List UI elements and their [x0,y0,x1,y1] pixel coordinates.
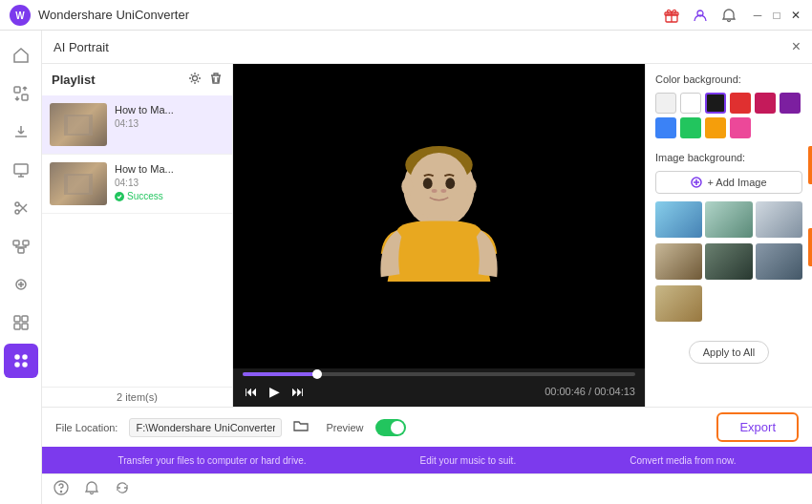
color-swatch-light[interactable] [655,93,676,114]
svg-rect-29 [68,116,89,134]
folder-button[interactable] [293,419,309,435]
sidebar-item-home[interactable] [4,38,38,73]
svg-point-42 [401,178,413,195]
controls-row: ⏮ ▶ ⏭ 00:00:46 / 00:04:13 [243,382,635,401]
sidebar-item-convert[interactable] [4,76,38,111]
image-thumb-6[interactable] [756,243,802,280]
sidebar-item-screen[interactable] [4,153,38,187]
svg-point-25 [15,363,19,367]
preview-toggle[interactable] [375,419,406,436]
color-swatch-hotpink[interactable] [730,117,751,138]
progress-handle [312,369,322,379]
gift-icon[interactable] [661,5,682,26]
playlist-thumbnail [50,162,107,205]
svg-point-24 [23,355,27,359]
playlist-delete-button[interactable] [209,72,223,88]
progress-bar[interactable] [243,372,635,376]
color-swatch-pink[interactable] [755,93,776,114]
skip-back-button[interactable]: ⏮ [243,382,260,401]
svg-point-36 [409,153,469,220]
close-button[interactable]: ✕ [789,9,802,22]
playlist-item-name: How to Ma... [115,103,224,116]
image-thumb-2[interactable] [705,201,752,238]
tip-bar: Transfer your files to computer or hard … [42,447,812,473]
svg-rect-13 [13,241,19,245]
sidebar [0,31,42,504]
svg-rect-7 [22,94,28,100]
playlist-item-info: How to Ma... 04:13 Success [115,162,224,201]
playlist-settings-button[interactable] [188,72,202,88]
image-thumb-4[interactable] [655,243,702,280]
svg-point-40 [432,189,438,193]
playlist-item[interactable]: How to Ma... 04:13 [42,95,232,155]
bottom-bar: File Location: Preview Export [42,407,812,447]
svg-rect-15 [18,248,24,253]
time-display: 00:00:46 / 00:04:13 [545,386,635,397]
preview-label: Preview [326,422,363,433]
panel-close-button[interactable]: × [792,38,801,55]
image-thumb-1[interactable] [655,201,702,238]
playlist-item-duration: 04:13 [115,178,224,188]
playlist-title: Playlist [52,73,96,87]
add-image-button[interactable]: + Add Image [655,171,802,194]
sidebar-item-toolkit[interactable] [4,305,38,340]
image-thumb-5[interactable] [705,243,752,280]
playlist-items: How to Ma... 04:13 [42,95,232,387]
play-button[interactable]: ▶ [267,382,282,401]
video-area: ⏮ ▶ ⏭ 00:00:46 / 00:04:13 [233,64,645,407]
svg-rect-22 [22,324,28,329]
progress-fill [243,372,317,376]
color-swatch-green[interactable] [680,117,701,138]
svg-point-10 [15,210,19,214]
sidebar-item-download[interactable] [4,115,38,149]
playlist-item[interactable]: How to Ma... 04:13 Success [42,155,232,214]
panel-header: AI Portrait × [42,31,812,64]
export-button[interactable]: Export [716,412,799,442]
color-swatch-red[interactable] [730,93,751,114]
color-swatch-black[interactable] [705,93,726,114]
notification-icon[interactable] [718,5,739,26]
apply-all-button[interactable]: Apply to All [689,341,769,364]
notification-bell-button[interactable] [84,480,99,499]
tip-text-1: Transfer your files to computer or hard … [118,455,307,466]
color-swatch-blue[interactable] [655,117,676,138]
file-path-input[interactable] [129,418,282,437]
bottom-nav [42,473,812,504]
sidebar-item-cut[interactable] [4,191,38,225]
sidebar-item-merge[interactable] [4,229,38,263]
titlebar: W Wondershare UniConverter ─ □ ✕ [0,0,812,31]
svg-rect-19 [14,316,20,322]
video-controls: ⏮ ▶ ⏭ 00:00:46 / 00:04:13 [233,368,645,407]
color-swatch-white[interactable] [680,93,701,114]
help-button[interactable] [53,480,69,499]
file-location-label: File Location: [55,422,118,433]
app-logo: W [10,5,31,26]
tip-text-3: Convert media from now. [630,455,736,466]
right-panel: Color background: [645,64,812,407]
skip-forward-button[interactable]: ⏭ [289,382,307,401]
color-bg-label: Color background: [655,74,802,85]
playlist-item-info: How to Ma... 04:13 [115,103,224,129]
user-icon[interactable] [690,5,711,26]
minimize-button[interactable]: ─ [751,9,764,22]
image-thumb-7[interactable] [655,285,702,322]
apply-all-container: Apply to All [655,335,802,364]
playlist-item-status: Success [115,191,224,201]
sidebar-item-apps[interactable] [4,344,38,378]
svg-point-23 [15,355,19,359]
color-swatch-amber[interactable] [705,117,726,138]
svg-point-48 [60,491,61,492]
sync-button[interactable] [115,480,130,499]
svg-rect-14 [23,241,29,245]
playlist: Playlist [42,64,233,407]
maximize-button[interactable]: □ [770,9,783,22]
image-bg-section: Image background: + Add Image [655,152,802,322]
items-count: 2 item(s) [42,387,232,407]
video-canvas [233,64,645,368]
svg-rect-20 [22,316,28,322]
panel-title: AI Portrait [53,40,109,54]
color-swatch-purple[interactable] [780,93,801,114]
svg-point-39 [445,178,455,189]
image-thumb-3[interactable] [756,201,802,238]
sidebar-item-ai[interactable] [4,267,38,302]
